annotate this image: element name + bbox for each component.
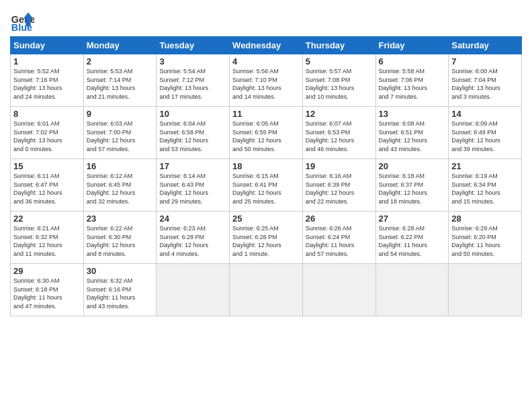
day-header-tuesday: Tuesday — [157, 37, 230, 54]
day-header-friday: Friday — [375, 37, 449, 54]
calendar-cell: 3 Sunrise: 5:54 AMSunset: 7:12 PMDayligh… — [157, 54, 230, 107]
day-number: 18 — [232, 161, 300, 171]
day-header-sunday: Sunday — [11, 37, 84, 54]
calendar-cell: 18 Sunrise: 6:15 AMSunset: 6:41 PMDaylig… — [230, 159, 303, 212]
calendar-cell: 28 Sunrise: 6:29 AMSunset: 6:20 PMDaylig… — [449, 212, 522, 264]
day-info: Sunrise: 6:05 AMSunset: 6:55 PMDaylight:… — [232, 120, 300, 153]
calendar-cell — [375, 264, 449, 316]
day-info: Sunrise: 6:30 AMSunset: 6:18 PMDaylight:… — [13, 277, 81, 310]
header-row: General Blue — [10, 7, 522, 34]
day-number: 13 — [379, 109, 446, 119]
calendar-cell: 14 Sunrise: 6:09 AMSunset: 6:49 PMDaylig… — [449, 107, 522, 159]
day-number: 14 — [451, 109, 519, 119]
calendar-cell: 8 Sunrise: 6:01 AMSunset: 7:02 PMDayligh… — [11, 107, 84, 159]
calendar-cell: 10 Sunrise: 6:04 AMSunset: 6:58 PMDaylig… — [157, 107, 230, 159]
day-info: Sunrise: 6:23 AMSunset: 6:28 PMDaylight:… — [159, 224, 226, 258]
day-info: Sunrise: 6:15 AMSunset: 6:41 PMDaylight:… — [232, 172, 300, 205]
day-number: 9 — [87, 109, 154, 119]
day-header-monday: Monday — [83, 37, 157, 54]
logo-icon: General Blue — [10, 9, 34, 34]
day-number: 28 — [451, 214, 519, 224]
week-row-5: 29 Sunrise: 6:30 AMSunset: 6:18 PMDaylig… — [11, 264, 522, 316]
calendar-cell: 11 Sunrise: 6:05 AMSunset: 6:55 PMDaylig… — [230, 107, 303, 159]
day-info: Sunrise: 5:54 AMSunset: 7:12 PMDaylight:… — [159, 67, 226, 101]
calendar-cell: 19 Sunrise: 6:16 AMSunset: 6:39 PMDaylig… — [302, 159, 375, 212]
calendar-cell: 29 Sunrise: 6:30 AMSunset: 6:18 PMDaylig… — [11, 264, 84, 316]
day-info: Sunrise: 6:04 AMSunset: 6:58 PMDaylight:… — [159, 120, 226, 153]
day-number: 25 — [232, 214, 300, 224]
day-number: 21 — [451, 161, 519, 171]
calendar-cell: 5 Sunrise: 5:57 AMSunset: 7:08 PMDayligh… — [302, 54, 375, 107]
day-info: Sunrise: 6:07 AMSunset: 6:53 PMDaylight:… — [306, 120, 373, 153]
day-info: Sunrise: 5:57 AMSunset: 7:08 PMDaylight:… — [306, 67, 373, 101]
day-number: 22 — [13, 214, 81, 224]
logo: General Blue — [10, 9, 34, 34]
day-number: 17 — [159, 161, 226, 171]
day-info: Sunrise: 6:12 AMSunset: 6:45 PMDaylight:… — [87, 172, 154, 205]
calendar-cell: 26 Sunrise: 6:26 AMSunset: 6:24 PMDaylig… — [302, 212, 375, 264]
week-row-1: 1 Sunrise: 5:52 AMSunset: 7:16 PMDayligh… — [11, 54, 522, 107]
calendar-cell: 17 Sunrise: 6:14 AMSunset: 6:43 PMDaylig… — [157, 159, 230, 212]
day-info: Sunrise: 5:56 AMSunset: 7:10 PMDaylight:… — [232, 67, 300, 101]
week-row-2: 8 Sunrise: 6:01 AMSunset: 7:02 PMDayligh… — [11, 107, 522, 159]
day-number: 16 — [87, 161, 154, 171]
calendar-cell — [449, 264, 522, 316]
calendar-cell: 7 Sunrise: 6:00 AMSunset: 7:04 PMDayligh… — [449, 54, 522, 107]
calendar-header-row: SundayMondayTuesdayWednesdayThursdayFrid… — [11, 37, 522, 54]
day-number: 19 — [306, 161, 373, 171]
day-number: 29 — [13, 266, 81, 276]
day-number: 12 — [306, 109, 373, 119]
calendar-cell: 24 Sunrise: 6:23 AMSunset: 6:28 PMDaylig… — [157, 212, 230, 264]
calendar-cell — [302, 264, 375, 316]
calendar-cell: 9 Sunrise: 6:03 AMSunset: 7:00 PMDayligh… — [83, 107, 157, 159]
day-info: Sunrise: 6:16 AMSunset: 6:39 PMDaylight:… — [306, 172, 373, 205]
day-number: 1 — [13, 56, 81, 66]
day-number: 4 — [232, 56, 300, 66]
day-info: Sunrise: 6:21 AMSunset: 6:32 PMDaylight:… — [13, 224, 81, 258]
day-number: 30 — [87, 266, 154, 276]
calendar-cell: 30 Sunrise: 6:32 AMSunset: 6:16 PMDaylig… — [83, 264, 157, 316]
calendar-cell: 16 Sunrise: 6:12 AMSunset: 6:45 PMDaylig… — [83, 159, 157, 212]
day-info: Sunrise: 6:14 AMSunset: 6:43 PMDaylight:… — [159, 172, 226, 205]
day-header-wednesday: Wednesday — [230, 37, 303, 54]
calendar-cell: 23 Sunrise: 6:22 AMSunset: 6:30 PMDaylig… — [83, 212, 157, 264]
calendar-cell: 4 Sunrise: 5:56 AMSunset: 7:10 PMDayligh… — [230, 54, 303, 107]
day-info: Sunrise: 5:53 AMSunset: 7:14 PMDaylight:… — [87, 67, 154, 101]
calendar-cell: 22 Sunrise: 6:21 AMSunset: 6:32 PMDaylig… — [11, 212, 84, 264]
page-container: General Blue SundayMondayTuesdayWednesda… — [0, 0, 532, 323]
day-info: Sunrise: 6:22 AMSunset: 6:30 PMDaylight:… — [87, 224, 154, 258]
day-info: Sunrise: 6:00 AMSunset: 7:04 PMDaylight:… — [451, 67, 519, 101]
day-info: Sunrise: 6:01 AMSunset: 7:02 PMDaylight:… — [13, 120, 81, 153]
calendar-cell: 15 Sunrise: 6:11 AMSunset: 6:47 PMDaylig… — [11, 159, 84, 212]
day-number: 8 — [13, 109, 81, 119]
day-info: Sunrise: 6:19 AMSunset: 6:34 PMDaylight:… — [451, 172, 519, 205]
day-number: 5 — [306, 56, 373, 66]
day-number: 15 — [13, 161, 81, 171]
day-header-thursday: Thursday — [302, 37, 375, 54]
day-info: Sunrise: 6:18 AMSunset: 6:37 PMDaylight:… — [379, 172, 446, 205]
day-header-saturday: Saturday — [449, 37, 522, 54]
day-info: Sunrise: 6:29 AMSunset: 6:20 PMDaylight:… — [451, 224, 519, 258]
day-number: 2 — [87, 56, 154, 66]
calendar-table: SundayMondayTuesdayWednesdayThursdayFrid… — [10, 36, 522, 316]
calendar-cell: 25 Sunrise: 6:25 AMSunset: 6:26 PMDaylig… — [230, 212, 303, 264]
calendar-cell: 6 Sunrise: 5:58 AMSunset: 7:06 PMDayligh… — [375, 54, 449, 107]
calendar-cell: 27 Sunrise: 6:28 AMSunset: 6:22 PMDaylig… — [375, 212, 449, 264]
week-row-3: 15 Sunrise: 6:11 AMSunset: 6:47 PMDaylig… — [11, 159, 522, 212]
day-info: Sunrise: 6:08 AMSunset: 6:51 PMDaylight:… — [379, 120, 446, 153]
day-number: 6 — [379, 56, 446, 66]
day-info: Sunrise: 5:52 AMSunset: 7:16 PMDaylight:… — [13, 67, 81, 101]
day-number: 27 — [379, 214, 446, 224]
day-number: 23 — [87, 214, 154, 224]
calendar-cell — [230, 264, 303, 316]
day-info: Sunrise: 6:09 AMSunset: 6:49 PMDaylight:… — [451, 120, 519, 153]
day-number: 11 — [232, 109, 300, 119]
calendar-cell: 21 Sunrise: 6:19 AMSunset: 6:34 PMDaylig… — [449, 159, 522, 212]
day-info: Sunrise: 6:11 AMSunset: 6:47 PMDaylight:… — [13, 172, 81, 205]
calendar-cell: 20 Sunrise: 6:18 AMSunset: 6:37 PMDaylig… — [375, 159, 449, 212]
day-info: Sunrise: 5:58 AMSunset: 7:06 PMDaylight:… — [379, 67, 446, 101]
calendar-cell: 2 Sunrise: 5:53 AMSunset: 7:14 PMDayligh… — [83, 54, 157, 107]
day-info: Sunrise: 6:32 AMSunset: 6:16 PMDaylight:… — [87, 277, 154, 310]
day-info: Sunrise: 6:25 AMSunset: 6:26 PMDaylight:… — [232, 224, 300, 258]
week-row-4: 22 Sunrise: 6:21 AMSunset: 6:32 PMDaylig… — [11, 212, 522, 264]
